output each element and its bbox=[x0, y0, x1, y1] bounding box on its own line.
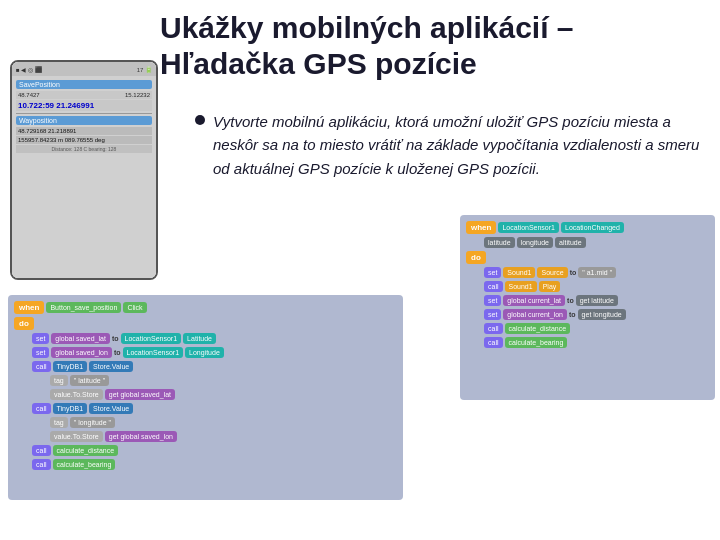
block-right-do-row: do bbox=[466, 251, 709, 264]
phone-status-bar: ■ ◀ ◎ ⬛ 17 🔋 bbox=[12, 62, 156, 76]
block-row-calc-bearing: call calculate_bearing bbox=[32, 459, 397, 470]
block-tinydb-2: TinyDB1 bbox=[53, 403, 88, 414]
block-latitude-str: " latitude " bbox=[70, 375, 109, 386]
blocks-right: when LocationSensor1 LocationChanged lat… bbox=[460, 215, 715, 400]
block-calc-bearing-name: calculate_bearing bbox=[53, 459, 116, 470]
block-button-name: Button_save_position bbox=[46, 302, 121, 313]
block-click: Click bbox=[123, 302, 146, 313]
block-right-set-source: set Sound1 Source to " a1.mid " bbox=[484, 267, 709, 278]
block-right-get-lon: get longitude bbox=[578, 309, 626, 320]
block-param-alt: altitude bbox=[555, 237, 586, 248]
phone-waypoint-label: Wayposition bbox=[16, 116, 152, 125]
block-row-calc-dist: call calculate_distance bbox=[32, 445, 397, 456]
block-right-source: Source bbox=[537, 267, 567, 278]
block-tag-label-lon: tag bbox=[50, 417, 68, 428]
block-row-set-lon: set global saved_lon to LocationSensor1 … bbox=[32, 347, 397, 358]
phone-data-row-1: 48.7427 15.12232 bbox=[16, 91, 152, 99]
slide-title: Ukážky mobilných aplikácií – Hľadačka GP… bbox=[160, 10, 710, 82]
block-right-sound1-2: Sound1 bbox=[505, 281, 537, 292]
block-get-saved-lat: get global saved_lat bbox=[105, 389, 175, 400]
block-tag-label: tag bbox=[50, 375, 68, 386]
block-store-value-1: Store.Value bbox=[89, 361, 133, 372]
block-right-play: Play bbox=[539, 281, 561, 292]
block-locationsensor-2: LocationSensor1 bbox=[123, 347, 184, 358]
block-right-sensor: LocationSensor1 bbox=[498, 222, 559, 233]
block-do-label: do bbox=[14, 317, 34, 330]
block-row-call-tinydb-lat: call TinyDB1 Store.Value bbox=[32, 361, 397, 372]
block-right-call-1: call bbox=[484, 281, 503, 292]
block-right-to-3: to bbox=[569, 311, 576, 318]
block-global-saved-lon: global saved_lon bbox=[51, 347, 112, 358]
block-right-params: latitude longitude altitude bbox=[484, 237, 709, 248]
block-row-set-lat: set global saved_lat to LocationSensor1 … bbox=[32, 333, 397, 344]
block-global-saved-lat: global saved_lat bbox=[51, 333, 110, 344]
block-right-do: do bbox=[466, 251, 486, 264]
block-right-when-row: when LocationSensor1 LocationChanged bbox=[466, 221, 709, 234]
block-right-call-play: call Sound1 Play bbox=[484, 281, 709, 292]
bullet-area: Vytvorte mobilnú aplikáciu, ktorá umožní… bbox=[195, 110, 700, 180]
block-right-get-lat: get latitude bbox=[576, 295, 618, 306]
block-call-2: call bbox=[32, 403, 51, 414]
block-get-saved-lon: get global saved_lon bbox=[105, 431, 177, 442]
block-right-current-lon: global current_lon bbox=[503, 309, 567, 320]
block-row-do: do bbox=[14, 317, 397, 330]
block-param-lat: latitude bbox=[484, 237, 515, 248]
phone-screen: ■ ◀ ◎ ⬛ 17 🔋 SavePosition 48.7427 15.122… bbox=[12, 62, 156, 278]
block-row-call-tinydb-lon: call TinyDB1 Store.Value bbox=[32, 403, 397, 414]
phone-mockup: ■ ◀ ◎ ⬛ 17 🔋 SavePosition 48.7427 15.122… bbox=[10, 60, 158, 280]
block-right-to-1: to bbox=[570, 269, 577, 276]
block-row-valuetostore-lat: value.To.Store get global saved_lat bbox=[50, 389, 397, 400]
phone-bottom: Distance: 128 C bearing: 128 bbox=[16, 145, 152, 153]
block-row-valuetostore-lon: value.To.Store get global saved_lon bbox=[50, 431, 397, 442]
block-longitude-str: " longitude " bbox=[70, 417, 115, 428]
slide: Ukážky mobilných aplikácií – Hľadačka GP… bbox=[0, 0, 720, 540]
block-right-a1mid: " a1.mid " bbox=[578, 267, 616, 278]
block-valuetostore-label-lon: value.To.Store bbox=[50, 431, 103, 442]
block-right-sound1-1: Sound1 bbox=[503, 267, 535, 278]
bullet-icon bbox=[195, 115, 205, 125]
block-right-call-dist: call bbox=[484, 323, 503, 334]
block-to-1: to bbox=[112, 335, 119, 342]
blocks-bottom: when Button_save_position Click do set g… bbox=[8, 295, 403, 500]
block-calc-dist-name: calculate_distance bbox=[53, 445, 119, 456]
block-call-1: call bbox=[32, 361, 51, 372]
block-row-tag-lat: tag " latitude " bbox=[50, 375, 397, 386]
block-valuetostore-label: value.To.Store bbox=[50, 389, 103, 400]
phone-status-text: ■ ◀ ◎ ⬛ bbox=[16, 66, 42, 73]
phone-bold-data: 10.722:59 21.246991 bbox=[16, 100, 152, 111]
phone-coord-2: 155957.84233 m 089.76555 deg bbox=[16, 136, 152, 144]
phone-separator bbox=[16, 113, 152, 114]
block-set-2: set bbox=[32, 347, 49, 358]
block-right-calc-bearing-name: calculate_bearing bbox=[505, 337, 568, 348]
block-when-label: when bbox=[14, 301, 44, 314]
block-call-bearing: call bbox=[32, 459, 51, 470]
block-tinydb-1: TinyDB1 bbox=[53, 361, 88, 372]
block-call-dist: call bbox=[32, 445, 51, 456]
block-right-to-2: to bbox=[567, 297, 574, 304]
block-row-tag-lon: tag " longitude " bbox=[50, 417, 397, 428]
phone-time: 17 🔋 bbox=[137, 66, 152, 73]
block-right-calc-dist-name: calculate_distance bbox=[505, 323, 571, 334]
block-param-lon: longitude bbox=[517, 237, 553, 248]
block-store-value-2: Store.Value bbox=[89, 403, 133, 414]
phone-lon: 15.12232 bbox=[125, 92, 150, 98]
block-to-2: to bbox=[114, 349, 121, 356]
block-locationsensor-1: LocationSensor1 bbox=[121, 333, 182, 344]
block-set-1: set bbox=[32, 333, 49, 344]
block-right-call-bearing: call bbox=[484, 337, 503, 348]
block-right-event: LocationChanged bbox=[561, 222, 624, 233]
block-right-set-clat: set global current_lat to get latitude bbox=[484, 295, 709, 306]
phone-lat: 48.7427 bbox=[18, 92, 40, 98]
phone-app-label: SavePosition bbox=[16, 80, 152, 89]
block-right-set-2: set bbox=[484, 295, 501, 306]
block-longitude: Longitude bbox=[185, 347, 224, 358]
block-right-calc-dist: call calculate_distance bbox=[484, 323, 709, 334]
block-right-current-lat: global current_lat bbox=[503, 295, 565, 306]
phone-content: SavePosition 48.7427 15.12232 10.722:59 … bbox=[12, 76, 156, 278]
phone-coord-1: 48.729168 21.218891 bbox=[16, 127, 152, 135]
block-right-set-3: set bbox=[484, 309, 501, 320]
block-right-calc-bearing: call calculate_bearing bbox=[484, 337, 709, 348]
bullet-text: Vytvorte mobilnú aplikáciu, ktorá umožní… bbox=[213, 110, 700, 180]
block-latitude: Latitude bbox=[183, 333, 216, 344]
block-right-set-clon: set global current_lon to get longitude bbox=[484, 309, 709, 320]
